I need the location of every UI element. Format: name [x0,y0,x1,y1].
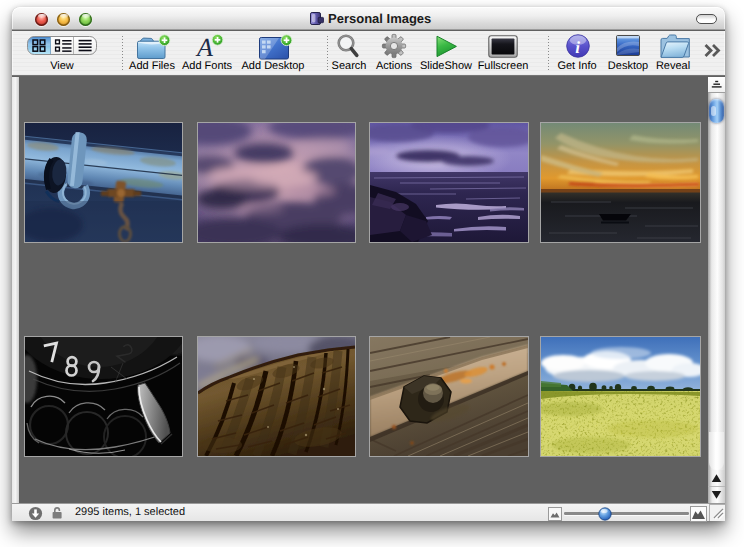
svg-text:A: A [195,33,213,61]
svg-text:i: i [575,38,580,57]
